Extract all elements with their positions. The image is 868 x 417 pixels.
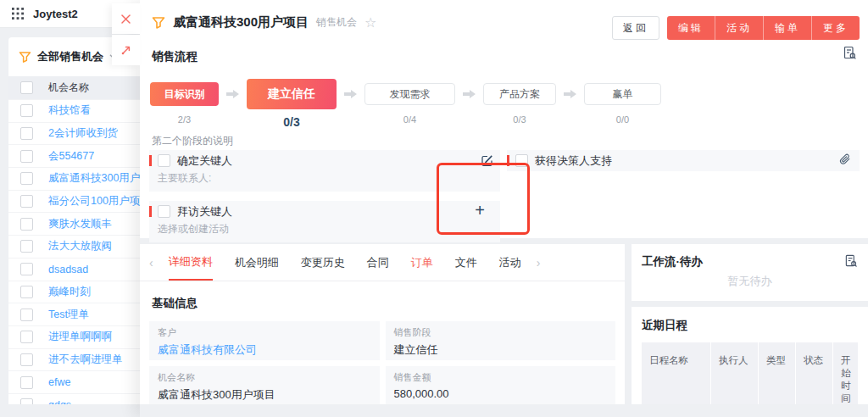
detail-tabs-card: ‹ 详细资料 机会明细 变更历史 合同 订单 文件 活动 › 基础信息 客户 威… bbox=[140, 244, 625, 404]
stage-arrow-icon bbox=[226, 78, 239, 110]
task-checkbox[interactable] bbox=[515, 154, 528, 167]
app-grid-icon[interactable] bbox=[12, 8, 24, 19]
opportunity-link[interactable]: 进理单啊啊啊 bbox=[48, 330, 112, 344]
task-desc: 选择或创建活动 bbox=[149, 222, 500, 242]
tab-contract[interactable]: 合同 bbox=[367, 244, 389, 281]
tab-detail[interactable]: 详细资料 bbox=[169, 244, 213, 281]
close-icon bbox=[120, 14, 131, 25]
opportunity-detail-drawer: 威富通科技300用户项目 销售机会 ☆ 返回 编辑 活动 输单 更多 销售流程 … bbox=[140, 0, 868, 417]
stage-button[interactable]: 建立信任 bbox=[247, 79, 337, 109]
row-checkbox[interactable] bbox=[20, 218, 33, 231]
stage-button[interactable]: 目标识别 bbox=[150, 82, 219, 106]
stage-arrow-icon bbox=[344, 78, 357, 110]
stage-task-list: 确定关键人 主要联系人: 获得决策人支持 bbox=[149, 150, 860, 242]
stage-arrow-icon bbox=[463, 78, 476, 110]
stage-button[interactable]: 发现需求 bbox=[364, 83, 455, 105]
tabs-scroll-left-icon[interactable]: ‹ bbox=[145, 256, 158, 270]
tab-change-history[interactable]: 变更历史 bbox=[301, 244, 345, 281]
row-checkbox[interactable] bbox=[20, 331, 33, 343]
workflow-todo-heading: 工作流·待办 bbox=[642, 254, 703, 270]
funnel-icon bbox=[152, 16, 165, 30]
opportunity-link[interactable]: 2会计师收到货 bbox=[48, 126, 118, 141]
stage-count: 0/4 bbox=[403, 114, 416, 125]
basic-info-heading: 基础信息 bbox=[152, 296, 625, 311]
add-activity-plus-icon[interactable]: + bbox=[475, 201, 485, 220]
stage-button[interactable]: 赢单 bbox=[584, 83, 661, 105]
sales-flow-heading: 销售流程 bbox=[152, 49, 198, 64]
row-checkbox[interactable] bbox=[20, 195, 33, 208]
tab-activity[interactable]: 活动 bbox=[499, 244, 521, 281]
row-checkbox[interactable] bbox=[20, 286, 33, 298]
task-label: 拜访关键人 bbox=[177, 204, 232, 220]
tabs-scroll-right-icon[interactable]: › bbox=[532, 256, 545, 270]
task-label: 确定关键人 bbox=[177, 153, 232, 169]
opportunity-link[interactable]: dsadsad bbox=[48, 264, 88, 275]
edit-icon[interactable] bbox=[481, 154, 493, 167]
activity-button[interactable]: 活动 bbox=[715, 16, 763, 40]
opportunity-link[interactable]: 会554677 bbox=[48, 149, 94, 164]
tab-opportunity-lines[interactable]: 机会明细 bbox=[235, 244, 279, 281]
stage-button[interactable]: 产品方案 bbox=[483, 83, 556, 105]
opportunity-link[interactable]: 爽肤水发顺丰 bbox=[48, 217, 112, 231]
tab-bar: ‹ 详细资料 机会明细 变更历史 合同 订单 文件 活动 › bbox=[140, 244, 625, 281]
column-type: 类型 bbox=[759, 342, 796, 404]
field-label: 客户 bbox=[158, 326, 371, 339]
opportunity-link[interactable]: 科技馆看 bbox=[48, 103, 91, 118]
expand-icon bbox=[120, 45, 131, 56]
list-filter-label[interactable]: 全部销售机会 bbox=[37, 49, 103, 64]
row-checkbox[interactable] bbox=[20, 127, 33, 140]
opportunity-link[interactable]: gdgs bbox=[48, 399, 71, 404]
row-checkbox[interactable] bbox=[20, 309, 33, 321]
opportunity-link[interactable]: 法大大放散阀 bbox=[48, 239, 112, 253]
task-label: 获得决策人支持 bbox=[535, 153, 612, 169]
log-search-icon[interactable] bbox=[843, 46, 857, 60]
stage-item: 目标识别 2/3 bbox=[150, 78, 219, 125]
row-checkbox[interactable] bbox=[20, 104, 33, 117]
recent-schedule-card: 近期日程 日程名称 执行人 类型 状态 开始时间 bbox=[632, 307, 868, 404]
row-checkbox[interactable] bbox=[20, 398, 33, 404]
opportunity-link[interactable]: 巅峰时刻 bbox=[48, 285, 91, 299]
log-search-icon[interactable] bbox=[844, 254, 858, 268]
opportunity-link[interactable]: 福分公司100用户项目 bbox=[48, 194, 151, 208]
pipeline-stages: 目标识别 2/3 建立信任 0/3 发现需求 0/4 产品方案 0/3 赢单 0… bbox=[150, 78, 661, 129]
row-checkbox[interactable] bbox=[20, 376, 33, 389]
field-value: 威富通科技300用户项目 bbox=[158, 387, 371, 403]
app-title: Joytest2 bbox=[33, 8, 78, 20]
task-checkbox[interactable] bbox=[158, 154, 170, 167]
favorite-star-icon[interactable]: ☆ bbox=[364, 16, 376, 30]
stage-count: 0/3 bbox=[283, 115, 299, 129]
workflow-todo-card: 工作流·待办 暂无待办 bbox=[632, 244, 868, 301]
row-checkbox[interactable] bbox=[20, 263, 33, 275]
field-sales-amount: 销售金额 580,000.00 bbox=[386, 366, 616, 404]
stage-arrow-icon bbox=[564, 78, 576, 110]
row-checkbox[interactable] bbox=[20, 172, 33, 185]
opportunity-link[interactable]: Test理单 bbox=[48, 308, 89, 322]
edit-button[interactable]: 编辑 bbox=[667, 16, 715, 40]
task-marker bbox=[149, 155, 152, 166]
empty-state-text: 暂无待办 bbox=[632, 274, 868, 289]
field-label: 机会名称 bbox=[158, 371, 371, 384]
entity-type-label: 销售机会 bbox=[316, 15, 357, 30]
back-button[interactable]: 返回 bbox=[612, 16, 659, 40]
header-actions: 返回 编辑 活动 输单 更多 bbox=[612, 16, 860, 40]
task-item: 获得决策人支持 bbox=[507, 150, 860, 171]
row-checkbox[interactable] bbox=[20, 353, 33, 366]
task-marker bbox=[149, 206, 152, 217]
select-all-checkbox[interactable] bbox=[20, 81, 33, 94]
opportunity-link[interactable]: efwe bbox=[48, 376, 70, 388]
more-button[interactable]: 更多 bbox=[811, 16, 860, 40]
row-checkbox[interactable] bbox=[20, 150, 33, 163]
tab-order[interactable]: 订单 bbox=[411, 244, 433, 281]
customer-link[interactable]: 威富通科技有限公司 bbox=[158, 342, 371, 358]
task-checkbox[interactable] bbox=[158, 205, 170, 218]
task-item: 确定关键人 主要联系人: bbox=[149, 150, 500, 192]
close-button[interactable] bbox=[112, 3, 140, 34]
row-checkbox[interactable] bbox=[20, 240, 33, 253]
paperclip-icon[interactable] bbox=[839, 153, 851, 166]
lose-order-button[interactable]: 输单 bbox=[763, 16, 811, 40]
tab-files[interactable]: 文件 bbox=[455, 244, 477, 281]
opportunity-link[interactable]: 进不去啊进理单 bbox=[48, 353, 123, 367]
expand-button[interactable] bbox=[112, 35, 140, 65]
recent-schedule-heading: 近期日程 bbox=[632, 307, 868, 333]
column-status: 状态 bbox=[796, 342, 833, 404]
